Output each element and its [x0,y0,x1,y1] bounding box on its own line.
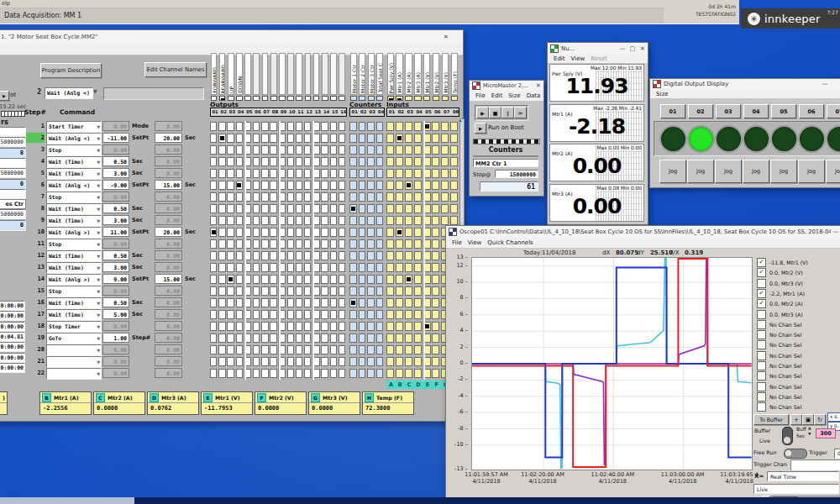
outputs-cell[interactable] [321,333,328,343]
counters-cell[interactable] [359,275,366,284]
outputs-cell[interactable] [296,145,302,155]
outputs-cell[interactable] [227,216,234,225]
outputs-cell[interactable] [218,181,225,190]
counters-cell[interactable] [349,145,357,155]
outputs-cell[interactable] [210,192,217,202]
inputs-cell[interactable] [414,204,422,213]
outputs-cell[interactable] [304,157,311,166]
outputs-cell[interactable] [270,228,276,237]
inputs-cell[interactable] [396,169,403,178]
inputs-cell[interactable] [405,286,412,296]
outputs-cell[interactable] [339,263,345,272]
counters-cell[interactable] [349,333,357,343]
inputs-cell[interactable] [386,169,394,178]
outputs-cell[interactable] [236,204,243,213]
outputs-cell[interactable] [236,322,243,331]
outputs-cell[interactable] [321,122,328,131]
outputs-cell[interactable] [253,369,260,378]
outputs-cell[interactable] [236,216,243,225]
inputs-cell[interactable] [414,310,422,319]
outputs-cell[interactable] [270,263,276,272]
counter-setpoint-field[interactable]: 5000000 [0,168,26,178]
command-dropdown[interactable]: GoTo▼ [46,333,102,344]
outputs-cell[interactable] [339,310,345,319]
outputs-cell[interactable] [218,145,225,155]
inputs-cell[interactable] [405,228,412,237]
outputs-cell[interactable] [261,357,268,366]
outputs-cell[interactable] [330,228,337,237]
outputs-cell[interactable] [287,275,294,284]
outputs-cell[interactable] [330,275,337,284]
inputs-cell[interactable] [432,357,439,366]
outputs-cell[interactable] [253,310,260,319]
outputs-cell[interactable] [218,251,225,260]
close-icon[interactable]: ✕ [441,34,451,40]
outputs-cell[interactable] [287,228,294,237]
inputs-cell[interactable] [405,122,412,131]
outputs-cell[interactable] [321,169,328,178]
outputs-cell[interactable] [321,286,328,296]
command-dropdown[interactable]: ▼ [46,356,102,368]
value2-field[interactable]: 0.00 [155,344,182,354]
minimize-icon[interactable]: — [617,45,627,52]
outputs-cell[interactable] [287,286,294,296]
value1-field[interactable]: 3.00 [102,262,129,272]
outputs-cell[interactable] [210,157,217,166]
outputs-cell[interactable] [261,369,268,378]
outputs-cell[interactable] [270,345,276,354]
outputs-cell[interactable] [287,322,294,331]
to-buffer-button[interactable]: To Buffer [753,414,789,425]
outputs-cell[interactable] [227,345,234,354]
outputs-cell[interactable] [261,181,268,190]
inputs-cell[interactable] [450,181,458,190]
outputs-cell[interactable] [218,239,225,249]
close-icon[interactable]: ✕ [533,82,543,89]
outputs-indicator[interactable] [287,96,294,101]
outputs-cell[interactable] [296,228,302,237]
output-number-button[interactable]: 05 [771,104,796,118]
inputs-cell[interactable] [396,228,403,237]
counters-cell[interactable] [349,251,357,260]
outputs-cell[interactable] [261,228,268,237]
outputs-cell[interactable] [253,204,260,213]
inputs-cell[interactable] [386,145,394,155]
counters-cell[interactable] [367,122,375,131]
outputs-indicator[interactable] [244,96,251,101]
inputs-cell[interactable] [396,310,403,319]
outputs-cell[interactable] [218,298,225,307]
command-dropdown[interactable]: Stop▼ [46,144,102,156]
counters-cell[interactable] [349,369,357,378]
outputs-cell[interactable] [321,310,328,319]
counters-cell[interactable] [359,169,366,178]
outputs-indicator[interactable] [296,96,302,101]
jog-button[interactable]: Jog [826,160,840,183]
outputs-cell[interactable] [304,333,311,343]
outputs-cell[interactable] [339,275,345,284]
counters-cell[interactable] [349,286,357,296]
outputs-cell[interactable] [304,204,311,213]
counters-cell[interactable] [349,216,357,225]
outputs-cell[interactable] [321,239,328,249]
outputs-cell[interactable] [210,145,217,155]
outputs-cell[interactable] [236,298,243,307]
outputs-cell[interactable] [330,169,337,178]
command-dropdown[interactable]: Wait (Time)▼ [46,203,102,215]
counters-cell[interactable] [376,239,384,249]
inputs-cell[interactable] [386,298,394,307]
inputs-cell[interactable] [386,122,394,131]
outputs-cell[interactable] [236,333,243,343]
inputs-cell[interactable] [386,216,394,225]
outputs-cell[interactable] [218,122,225,131]
inputs-cell[interactable] [441,216,449,225]
counters-cell[interactable] [376,345,384,354]
inputs-cell[interactable] [414,251,422,260]
outputs-cell[interactable] [296,134,302,143]
value2-field[interactable]: 0.00 [155,309,182,319]
outputs-cell[interactable] [330,310,337,319]
outputs-cell[interactable] [253,298,260,307]
inputs-cell[interactable] [386,357,394,366]
outputs-cell[interactable] [210,239,217,249]
outputs-cell[interactable] [227,263,234,272]
channel-checkbox[interactable]: ✓ [757,299,766,308]
command-dropdown[interactable]: Wait (Time)▼ [46,262,102,274]
